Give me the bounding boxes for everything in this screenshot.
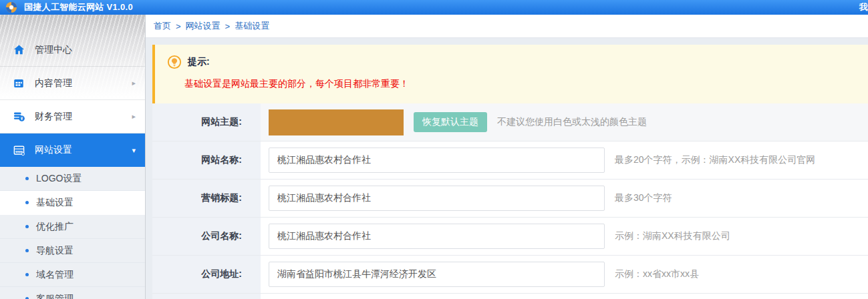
lightbulb-icon bbox=[167, 55, 182, 69]
sidebar-item-website-settings[interactable]: www 网站设置 ▾ bbox=[0, 133, 145, 167]
breadcrumb-separator: > bbox=[225, 21, 231, 31]
company-name-input[interactable] bbox=[269, 224, 605, 249]
sidebar-item-label: 网站设置 bbox=[35, 144, 132, 156]
field-label: 网站名称: bbox=[152, 141, 261, 179]
table-row-company-name: 公司名称: 示例：湖南XX科技有限公司 bbox=[152, 218, 868, 256]
chevron-down-icon: ▾ bbox=[132, 146, 136, 155]
app-title: 国捷人工智能云网站 V1.0.0 bbox=[24, 1, 133, 13]
tip-title: 提示: bbox=[188, 56, 210, 68]
finance-coins-icon: ¥ bbox=[12, 110, 25, 123]
submenu-item-label: 基础设置 bbox=[36, 197, 74, 209]
table-row-company-address: 公司地址: 示例：xx省xx市xx县 bbox=[152, 256, 868, 294]
submenu-item-label: 域名管理 bbox=[36, 269, 74, 281]
content-area: 提示: 基础设置是网站最主要的部分，每个项目都非常重要！ 网站主题: 恢复默认主… bbox=[146, 38, 868, 299]
bullet-icon bbox=[25, 177, 29, 180]
sidebar-item-label: 管理中心 bbox=[35, 44, 136, 56]
company-address-input[interactable] bbox=[269, 262, 605, 287]
submenu-item-domain-management[interactable]: 域名管理 bbox=[0, 263, 145, 287]
bullet-icon bbox=[25, 249, 29, 252]
table-row-partial bbox=[152, 294, 868, 299]
user-menu-partial[interactable]: 我 bbox=[859, 1, 868, 13]
field-label: 网站主题: bbox=[152, 103, 261, 141]
app-logo-icon bbox=[5, 1, 17, 13]
top-bar: 国捷人工智能云网站 V1.0.0 我 bbox=[0, 0, 868, 15]
sidebar-item-label: 财务管理 bbox=[35, 111, 132, 123]
sidebar-item-label: 内容管理 bbox=[35, 77, 132, 89]
submenu-item-label: 导航设置 bbox=[36, 245, 74, 257]
bullet-icon bbox=[25, 273, 29, 276]
theme-color-swatch[interactable] bbox=[269, 109, 404, 135]
sidebar: 管理中心 内容管理 ▸ bbox=[0, 15, 146, 299]
submenu-item-basic-settings[interactable]: 基础设置 bbox=[0, 191, 145, 215]
breadcrumb-basic-settings[interactable]: 基础设置 bbox=[235, 20, 269, 32]
tip-message: 基础设置是网站最主要的部分，每个项目都非常重要！ bbox=[184, 78, 868, 90]
breadcrumb-website-settings[interactable]: 网站设置 bbox=[186, 20, 221, 32]
breadcrumb-home[interactable]: 首页 bbox=[154, 20, 171, 32]
sidebar-item-content-management[interactable]: 内容管理 ▸ bbox=[0, 67, 145, 100]
home-icon bbox=[12, 43, 25, 57]
field-hint: 最多20个字符，示例：湖南XX科技有限公司官网 bbox=[615, 154, 815, 166]
table-row-marketing-title: 营销标题: 最多30个字符 bbox=[152, 180, 868, 218]
bullet-icon bbox=[25, 225, 29, 228]
submenu-item-label: 客服管理 bbox=[36, 293, 74, 299]
table-row-website-theme: 网站主题: 恢复默认主题 不建议您使用白色或太浅的颜色主题 bbox=[152, 103, 868, 141]
website-settings-submenu: LOGO设置 基础设置 优化推广 导航设置 域名管理 客服管理 bbox=[0, 167, 145, 299]
table-row-site-name: 网站名称: 最多20个字符，示例：湖南XX科技有限公司官网 bbox=[152, 141, 868, 180]
submenu-item-navigation-settings[interactable]: 导航设置 bbox=[0, 239, 145, 263]
marketing-title-input[interactable] bbox=[269, 186, 605, 211]
field-label bbox=[152, 294, 261, 299]
sidebar-item-admin-center[interactable]: 管理中心 bbox=[0, 33, 145, 67]
submenu-item-logo-settings[interactable]: LOGO设置 bbox=[0, 167, 145, 191]
field-hint: 示例：湖南XX科技有限公司 bbox=[615, 230, 730, 242]
breadcrumb-separator: > bbox=[176, 21, 181, 31]
field-hint: 最多30个字符 bbox=[615, 192, 672, 204]
field-hint: 示例：xx省xx市xx县 bbox=[615, 268, 699, 280]
sidebar-item-finance-management[interactable]: ¥ 财务管理 ▸ bbox=[0, 100, 145, 133]
breadcrumb: 首页 > 网站设置 > 基础设置 bbox=[146, 15, 868, 38]
field-label: 营销标题: bbox=[152, 180, 261, 217]
basic-settings-form: 网站主题: 恢复默认主题 不建议您使用白色或太浅的颜色主题 网站名称: 最多20… bbox=[152, 103, 868, 299]
bullet-icon bbox=[25, 201, 29, 204]
chevron-right-icon: ▸ bbox=[132, 79, 136, 87]
field-label: 公司名称: bbox=[152, 218, 261, 255]
field-hint: 不建议您使用白色或太浅的颜色主题 bbox=[497, 116, 647, 128]
submenu-item-seo-promotion[interactable]: 优化推广 bbox=[0, 215, 145, 239]
site-name-input[interactable] bbox=[269, 147, 605, 173]
field-label: 公司地址: bbox=[152, 256, 261, 293]
website-browser-icon: www bbox=[12, 143, 25, 157]
tip-box: 提示: 基础设置是网站最主要的部分，每个项目都非常重要！ bbox=[152, 45, 868, 103]
submenu-item-customer-service[interactable]: 客服管理 bbox=[0, 287, 145, 299]
chevron-right-icon: ▸ bbox=[132, 112, 136, 121]
svg-text:¥: ¥ bbox=[20, 116, 23, 121]
submenu-item-label: LOGO设置 bbox=[36, 173, 82, 185]
restore-default-theme-button[interactable]: 恢复默认主题 bbox=[414, 112, 487, 132]
content-grid-icon bbox=[12, 77, 25, 90]
submenu-item-label: 优化推广 bbox=[36, 221, 74, 233]
